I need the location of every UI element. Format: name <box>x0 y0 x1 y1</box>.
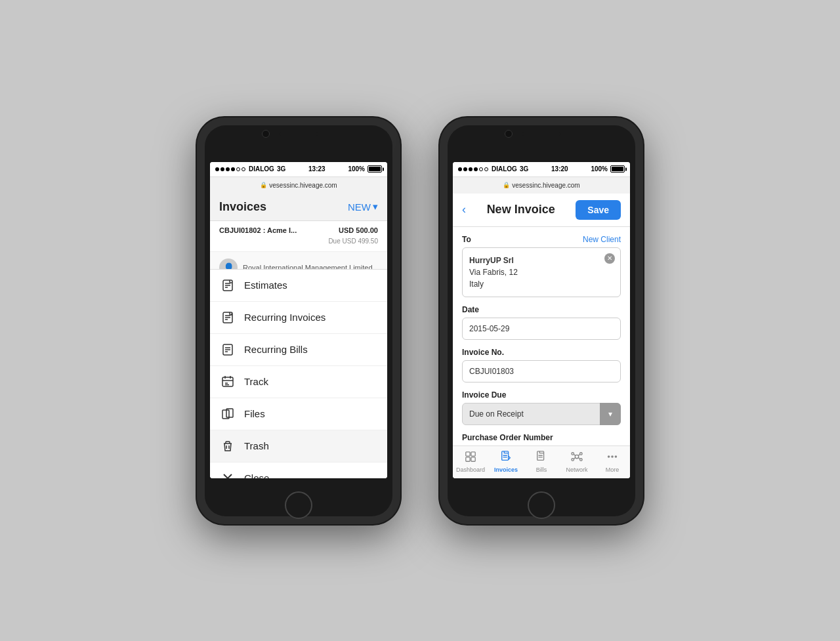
menu-item-close[interactable]: Close <box>210 463 387 478</box>
recurring-bills-label: Recurring Bills <box>244 344 308 355</box>
estimates-label: Estimates <box>244 279 287 291</box>
save-button[interactable]: Save <box>576 200 621 220</box>
nav-bills-label: Bills <box>536 466 547 473</box>
menu-item-recurring-invoices[interactable]: Recurring Invoices <box>210 302 387 334</box>
svg-point-35 <box>572 453 574 455</box>
svg-point-44 <box>611 455 614 458</box>
invoices-title: Invoices <box>219 200 266 214</box>
clear-client-button[interactable]: ✕ <box>604 253 615 264</box>
recurring-invoices-icon <box>220 310 235 325</box>
files-icon <box>220 407 235 421</box>
nav-network[interactable]: Network <box>559 451 595 473</box>
svg-rect-27 <box>471 457 475 461</box>
svg-line-41 <box>574 457 576 459</box>
menu-item-recurring-bills[interactable]: Recurring Bills <box>210 334 387 366</box>
nav-more[interactable]: More <box>595 451 630 473</box>
battery-icon-2 <box>610 165 625 173</box>
carrier-2: DIALOG <box>492 165 517 173</box>
menu-item-track[interactable]: Track <box>210 366 387 398</box>
svg-line-42 <box>578 457 580 459</box>
url-text-1: vesessinc.hiveage.com <box>269 182 337 189</box>
back-button[interactable]: ‹ <box>462 203 466 217</box>
time-2: 13:20 <box>551 165 568 173</box>
battery-icon-1 <box>368 165 382 173</box>
menu-item-estimates[interactable]: Estimates <box>210 270 387 302</box>
dashboard-icon <box>465 451 476 465</box>
svg-line-39 <box>574 454 576 456</box>
recurring-bills-icon <box>220 342 235 357</box>
home-button-2[interactable] <box>528 491 555 519</box>
network-1: 3G <box>277 165 285 173</box>
estimates-icon <box>220 278 235 293</box>
nav-invoices[interactable]: Invoices <box>488 451 524 473</box>
url-text-2: vesessinc.hiveage.com <box>512 182 579 189</box>
status-bar-1: DIALOG 3G 13:23 100% <box>210 162 387 176</box>
client-box[interactable]: HurryUP Srl Via Fabris, 12 Italy ✕ <box>462 247 621 297</box>
track-label: Track <box>244 376 268 387</box>
network-icon <box>571 451 583 465</box>
close-icon <box>220 471 235 478</box>
invoice-row-1[interactable]: CBJUI01802 : Acme I... USD 500.00 Due US… <box>210 221 387 252</box>
to-label: To New Client <box>462 235 621 244</box>
svg-rect-24 <box>466 452 470 456</box>
new-invoice-header: ‹ New Invoice Save <box>453 194 630 227</box>
date-input[interactable] <box>462 318 621 340</box>
client-name: HurryUP Srl <box>469 255 614 266</box>
status-bar-2: DIALOG 3G 13:20 100% <box>453 162 630 176</box>
phone-1: DIALOG 3G 13:23 100% 🔒 vesessinc.hiveage… <box>197 117 400 524</box>
invoices-header: Invoices NEW ▾ <box>210 194 387 221</box>
new-button[interactable]: NEW ▾ <box>348 201 378 213</box>
svg-point-38 <box>580 459 583 461</box>
nav-dashboard[interactable]: Dashboard <box>453 451 488 473</box>
network-2: 3G <box>520 165 528 173</box>
svg-point-37 <box>572 459 574 461</box>
svg-rect-25 <box>471 452 475 456</box>
invoice-due-wrapper: Due on Receipt ▾ <box>462 403 621 425</box>
nav-invoices-label: Invoices <box>494 466 518 473</box>
invoice-id: CBJUI01802 : Acme I... <box>219 226 297 234</box>
lock-icon-1: 🔒 <box>260 182 267 188</box>
home-button-1[interactable] <box>285 491 312 519</box>
select-arrow-icon: ▾ <box>600 403 621 425</box>
client-country: Italy <box>469 278 614 290</box>
menu-item-files[interactable]: Files <box>210 398 387 430</box>
recurring-invoices-label: Recurring Invoices <box>244 312 326 323</box>
url-bar-1[interactable]: 🔒 vesessinc.hiveage.com <box>210 176 387 194</box>
nav-bills[interactable]: Bills <box>524 451 559 473</box>
invoice-amount: USD 500.00 <box>339 226 378 234</box>
lock-icon-2: 🔒 <box>503 182 510 188</box>
content-area-1: Invoices NEW ▾ CBJUI01802 : Acme I... US… <box>210 194 387 478</box>
dropdown-menu: Estimates <box>210 269 387 478</box>
carrier-1: DIALOG <box>249 165 274 173</box>
battery-percent-2: 100% <box>591 165 608 173</box>
more-icon <box>606 451 618 465</box>
new-client-link[interactable]: New Client <box>583 235 621 244</box>
menu-item-trash[interactable]: Trash <box>210 430 387 463</box>
trash-icon <box>220 439 235 453</box>
battery-percent-1: 100% <box>348 165 365 173</box>
date-label: Date <box>462 305 621 314</box>
nav-dashboard-label: Dashboard <box>456 466 485 473</box>
po-label: Purchase Order Number <box>462 433 621 442</box>
time-1: 13:23 <box>308 165 326 173</box>
svg-point-45 <box>615 455 618 458</box>
client-address: Via Fabris, 12 <box>469 266 614 278</box>
invoice-due-select[interactable]: Due on Receipt <box>462 403 621 425</box>
trash-label: Trash <box>244 440 269 451</box>
invoice-no-input[interactable] <box>462 360 621 383</box>
nav-network-label: Network <box>566 466 587 473</box>
svg-point-36 <box>580 453 583 455</box>
invoice-no-label: Invoice No. <box>462 348 621 357</box>
bottom-nav: Dashboard Invoices <box>453 445 630 478</box>
new-invoice-title: New Invoice <box>487 203 555 217</box>
close-label: Close <box>244 472 269 478</box>
url-bar-2[interactable]: 🔒 vesessinc.hiveage.com <box>453 176 630 194</box>
chevron-down-icon: ▾ <box>373 201 378 213</box>
invoices-icon <box>500 451 512 465</box>
files-label: Files <box>244 408 265 419</box>
invoice-due-label: Invoice Due <box>462 390 621 400</box>
track-icon <box>220 375 235 389</box>
new-invoice-form: To New Client HurryUP Srl Via Fabris, 12… <box>453 227 630 445</box>
svg-point-43 <box>608 455 610 458</box>
bills-icon <box>536 451 547 465</box>
